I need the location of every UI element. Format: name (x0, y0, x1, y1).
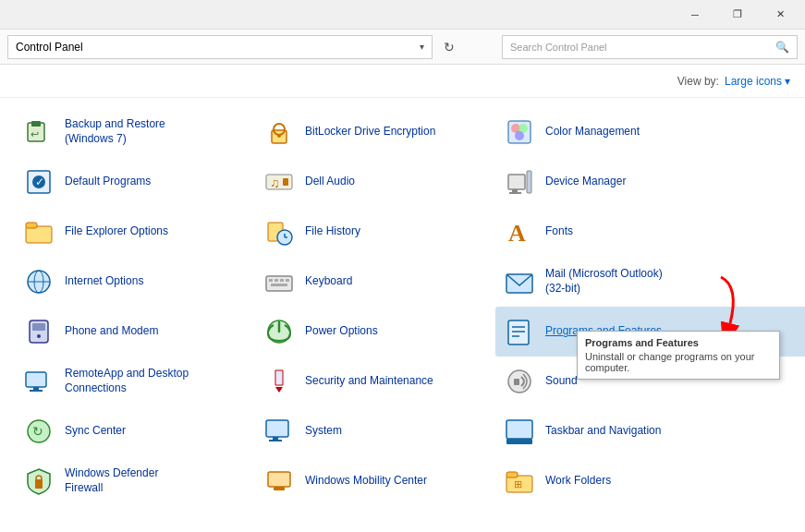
file-history-icon (262, 215, 296, 248)
svg-text:↻: ↻ (32, 424, 43, 439)
item-device-manager[interactable]: Device Manager (495, 157, 805, 207)
item-color-management-label: Color Management (545, 125, 640, 139)
minimize-button[interactable]: ─ (674, 1, 716, 29)
item-security-maintenance[interactable]: Security and Maintenance (255, 357, 495, 406)
item-internet-options[interactable]: Internet Options (15, 257, 255, 307)
item-work-folders[interactable]: ⊞ Work Folders (495, 456, 805, 506)
svg-rect-62 (506, 420, 532, 439)
item-mail-outlook-label: Mail (Microsoft Outlook)(32-bit) (545, 267, 663, 296)
address-bar[interactable]: Control Panel ▾ (7, 35, 433, 59)
search-box[interactable]: Search Control Panel 🔍 (502, 35, 798, 59)
svg-text:♫: ♫ (270, 175, 280, 190)
close-button[interactable]: ✕ (759, 1, 801, 29)
svg-rect-35 (286, 279, 289, 282)
item-fonts-label: Fonts (545, 224, 573, 239)
item-system-label: System (305, 424, 342, 439)
work-folders-icon: ⊞ (503, 465, 536, 498)
svg-point-49 (515, 131, 524, 140)
item-default-programs[interactable]: ✓ Default Programs (15, 157, 255, 207)
item-phone-modem[interactable]: Phone and Modem (15, 307, 255, 357)
column-3: Color Management Device Manager A Fonts … (495, 107, 805, 523)
svg-rect-53 (527, 171, 531, 193)
item-security-maintenance-label: Security and Maintenance (305, 374, 433, 389)
power-options-icon (262, 315, 296, 348)
titlebar: ─ ❐ ✕ (0, 0, 805, 30)
item-color-management[interactable]: Color Management (495, 107, 805, 157)
address-dropdown-arrow[interactable]: ▾ (420, 42, 424, 52)
svg-rect-1 (31, 121, 41, 127)
backup-restore-icon: ↩ (22, 115, 55, 149)
svg-rect-50 (508, 175, 525, 189)
windows-defender-firewall-icon (22, 465, 55, 498)
svg-point-13 (37, 334, 41, 338)
item-fonts[interactable]: A Fonts (495, 207, 805, 257)
item-mail-outlook[interactable]: Mail (Microsoft Outlook)(32-bit) (495, 257, 805, 307)
svg-rect-33 (274, 279, 278, 282)
item-backup-restore-label: Backup and Restore(Windows 7) (65, 117, 165, 146)
item-dell-audio[interactable]: ♫ Dell Audio (255, 157, 495, 207)
svg-rect-52 (509, 192, 521, 194)
item-sync-center-label: Sync Center (65, 424, 126, 439)
viewby-option-text: Large icons (725, 75, 782, 88)
svg-rect-12 (32, 323, 45, 331)
refresh-button[interactable]: ↻ (438, 36, 460, 58)
svg-rect-44 (268, 472, 290, 487)
svg-text:↩: ↩ (30, 128, 39, 139)
svg-text:⊞: ⊞ (514, 478, 522, 490)
item-bitlocker-label: BitLocker Drive Encryption (305, 125, 435, 139)
item-windows-defender-firewall[interactable]: Windows DefenderFirewall (15, 456, 255, 506)
viewby-option[interactable]: Large icons ▾ (725, 75, 790, 88)
item-power-options[interactable]: Power Options (255, 307, 495, 357)
svg-rect-56 (508, 320, 529, 345)
address-text: Control Panel (16, 41, 83, 54)
svg-rect-36 (271, 284, 287, 286)
sound-icon (503, 365, 536, 398)
svg-rect-61 (514, 379, 519, 385)
default-programs-icon: ✓ (22, 165, 55, 199)
item-remoteapp[interactable]: RemoteApp and DesktopConnections (15, 357, 255, 406)
item-file-explorer-options[interactable]: File Explorer Options (15, 207, 255, 257)
svg-rect-16 (30, 390, 43, 392)
item-device-manager-label: Device Manager (545, 175, 626, 189)
item-remoteapp-label: RemoteApp and DesktopConnections (65, 367, 189, 395)
item-windows-mobility-label: Windows Mobility Center (305, 474, 427, 489)
item-windows-mobility[interactable]: Windows Mobility Center (255, 456, 495, 506)
svg-text:✓: ✓ (35, 175, 44, 188)
dell-audio-icon: ♫ (262, 165, 296, 199)
viewby-dropdown-arrow: ▾ (785, 75, 790, 88)
item-sound-label: Sound (545, 374, 578, 389)
svg-rect-6 (26, 226, 52, 243)
column-2: BitLocker Drive Encryption ♫ Dell Audio … (255, 107, 495, 523)
item-file-history[interactable]: File History (255, 207, 495, 257)
control-panel-items: ↩ Backup and Restore(Windows 7) ✓ Defaul… (0, 98, 805, 532)
svg-marker-40 (275, 387, 283, 393)
item-bitlocker[interactable]: BitLocker Drive Encryption (255, 107, 495, 157)
item-taskbar-navigation[interactable]: Taskbar and Navigation (495, 406, 805, 456)
search-placeholder: Search Control Panel (510, 42, 607, 53)
item-system[interactable]: System (255, 406, 495, 456)
viewby-label: View by: (677, 75, 719, 88)
svg-rect-26 (283, 178, 288, 186)
item-sync-center[interactable]: ↻ Sync Center (15, 406, 255, 456)
item-backup-restore[interactable]: ↩ Backup and Restore(Windows 7) (15, 107, 255, 157)
item-file-history-label: File History (305, 224, 360, 239)
svg-text:A: A (508, 220, 526, 247)
svg-point-23 (277, 134, 281, 138)
item-power-options-label: Power Options (305, 324, 378, 339)
viewby-bar: View by: Large icons ▾ (0, 65, 805, 98)
remoteapp-icon (22, 365, 55, 398)
svg-rect-7 (26, 223, 37, 228)
bitlocker-icon (262, 115, 296, 149)
item-internet-options-label: Internet Options (65, 274, 143, 289)
sync-center-icon: ↻ (22, 415, 55, 448)
item-work-folders-label: Work Folders (545, 474, 611, 489)
windows-mobility-icon (262, 465, 296, 498)
device-manager-icon (503, 165, 536, 199)
maximize-button[interactable]: ❐ (716, 1, 759, 29)
svg-rect-63 (506, 439, 532, 444)
mail-outlook-icon (503, 265, 536, 298)
item-keyboard[interactable]: Keyboard (255, 257, 495, 307)
item-file-explorer-options-label: File Explorer Options (65, 224, 168, 239)
item-default-programs-label: Default Programs (65, 175, 151, 189)
tooltip-box: Programs and Features Uninstall or chang… (577, 331, 780, 380)
